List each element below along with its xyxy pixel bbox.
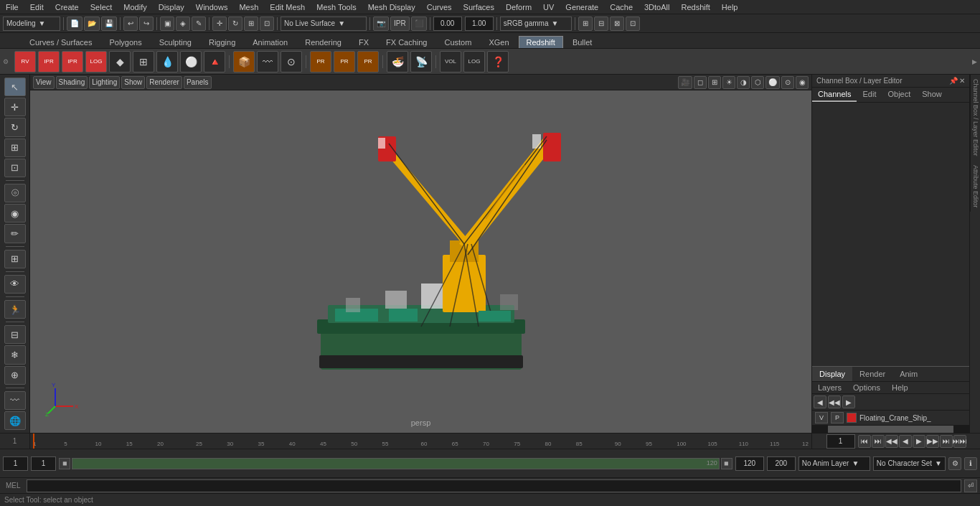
shelf-icon-log2[interactable]: LOG [463,51,485,72]
goto-end-btn[interactable]: ⏭⏭ [953,435,966,448]
shelf-tab-fx[interactable]: FX [351,36,377,48]
layer-p-btn[interactable]: P [831,412,844,423]
shelf-tab-fx-caching[interactable]: FX Caching [378,36,435,48]
menu-edit-mesh[interactable]: Edit Mesh [264,1,311,13]
shelf-tab-custom[interactable]: Custom [437,36,480,48]
layer-next-btn[interactable]: ▶ [842,395,855,408]
menu-create[interactable]: Create [50,1,85,13]
menu-surfaces[interactable]: Surfaces [458,1,500,13]
select-mode-btn[interactable]: ▣ [160,17,174,31]
shelf-icon-pr2[interactable]: PR [334,51,355,72]
menu-mesh-display[interactable]: Mesh Display [362,1,421,13]
menu-uv[interactable]: UV [537,1,560,13]
step-back-btn[interactable]: ⏭ [872,435,885,448]
layout-btn3[interactable]: ⊠ [610,17,624,31]
shelf-tab-curves[interactable]: Curves / Surfaces [22,36,100,48]
menu-3dto-all[interactable]: 3DtoAll [639,1,675,13]
menu-mesh-tools[interactable]: Mesh Tools [311,1,362,13]
soft-body-btn[interactable]: 〰 [4,391,26,410]
menu-generate[interactable]: Generate [560,1,604,13]
shelf-icon-vol[interactable]: VOL [440,51,461,72]
layout-btn2[interactable]: ⊟ [594,17,608,31]
move-btn[interactable]: ✛ [212,17,227,31]
cb-close-btn[interactable]: ✕ [959,77,965,85]
scale-btn[interactable]: ⊞ [244,17,258,31]
next-frame-btn[interactable]: ⏭ [940,435,953,448]
shelf-icon-diamond[interactable]: ◆ [109,51,131,72]
vert-tab-attribute-editor[interactable]: Attribute Editor [970,161,981,212]
rotate-tool-btn[interactable]: ↻ [4,118,26,136]
layer-v-btn[interactable]: V [815,412,828,423]
shelf-tab-xgen[interactable]: XGen [481,36,517,48]
play-btn[interactable]: ▶ [913,435,925,448]
shelf-icon-grid[interactable]: ⊞ [133,51,154,72]
vp-grid-btn[interactable]: ⊞ [708,76,721,89]
mode-dropdown[interactable]: Modeling ▼ [3,17,60,31]
range-left-thumb[interactable]: ◼ [59,458,70,469]
soft-select-btn[interactable]: ⦾ [4,184,26,202]
menu-curves[interactable]: Curves [421,1,458,13]
transform-y[interactable] [465,17,494,31]
vp-menu-lighting[interactable]: Lighting [89,76,120,89]
range-right-thumb[interactable]: ◼ [721,458,732,469]
vp-menu-show[interactable]: Show [121,76,145,89]
cb-pin-btn[interactable]: 📌 [949,77,958,85]
vp-menu-panels[interactable]: Panels [184,76,212,89]
shelf-icon-pr3[interactable]: PR [357,51,379,72]
layer-tab-display[interactable]: Display [812,367,852,381]
tab-object[interactable]: Object [882,88,916,102]
new-file-btn[interactable]: 📄 [67,17,83,31]
vert-tab-channel-box[interactable]: Channel Box / Layer Editor [970,75,981,161]
vp-all-btn[interactable]: ⊙ [781,76,794,89]
save-btn[interactable]: 💾 [101,17,117,31]
shelf-icon-log[interactable]: LOG [85,51,107,72]
shelf-icon-cube[interactable]: 📦 [233,51,255,72]
freeze-btn[interactable]: ❄ [4,345,26,364]
anim-end2-input[interactable] [767,456,796,471]
shelf-icon-ipr2[interactable]: IPR [62,51,83,72]
vp-menu-renderer[interactable]: Renderer [146,76,182,89]
prev-frame-btn[interactable]: ◀◀ [885,435,898,448]
vp-select-btn[interactable]: ◻ [694,76,707,89]
menu-mesh[interactable]: Mesh [233,1,264,13]
shelf-tab-animation[interactable]: Animation [245,36,296,48]
menu-cache[interactable]: Cache [604,1,639,13]
shelf-icon-mountain[interactable]: 🔺 [204,51,225,72]
shelf-settings-icon[interactable]: ⚙ [0,58,11,65]
range-bar[interactable]: 120 [72,458,720,469]
anim-start-input[interactable] [3,456,28,471]
shelf-tab-redshift[interactable]: Redshift [519,36,563,48]
next-key-btn[interactable]: ▶▶ [926,435,939,448]
anim-info-btn[interactable]: ℹ [964,457,977,470]
tab-edit[interactable]: Edit [857,88,882,102]
layer-menu-options[interactable]: Options [847,382,886,393]
vp-light-btn[interactable]: ☀ [722,76,735,89]
select-tool-btn[interactable]: ↖ [4,78,26,96]
world-btn[interactable]: 🌐 [4,411,26,430]
layer-tab-anim[interactable]: Anim [892,367,925,381]
anim-end-input[interactable] [735,456,764,471]
transform-x[interactable] [433,17,462,31]
mel-input[interactable] [27,479,961,492]
ipr-btn[interactable]: IPR [390,17,410,31]
shelf-icon-question[interactable]: ❓ [487,51,509,72]
vp-menu-shading[interactable]: Shading [56,76,88,89]
redo-btn[interactable]: ↪ [139,17,154,31]
layer-row[interactable]: V P Floating_Crane_Ship_ [812,411,969,426]
layer-menu-layers[interactable]: Layers [812,382,847,393]
move-tool-btn[interactable]: ✛ [4,98,26,116]
menu-windows[interactable]: Windows [190,1,234,13]
snap-grid-btn[interactable]: ⊞ [4,250,26,268]
shelf-tab-rigging[interactable]: Rigging [201,36,243,48]
shelf-tab-sculpting[interactable]: Sculpting [151,36,199,48]
shelf-icon-satellite[interactable]: 📡 [410,51,432,72]
create-group-btn[interactable]: ⊟ [4,325,26,344]
prev-key-btn[interactable]: ◀ [899,435,912,448]
rotate-btn[interactable]: ↻ [228,17,242,31]
manip-btn[interactable]: ⊡ [260,17,274,31]
menu-edit[interactable]: Edit [24,1,50,13]
vp-shadow-btn[interactable]: ◑ [737,76,750,89]
shelf-icon-ipr[interactable]: IPR [38,51,60,72]
lasso-btn[interactable]: ◈ [176,17,190,31]
shelf-tab-bullet[interactable]: Bullet [565,36,600,48]
